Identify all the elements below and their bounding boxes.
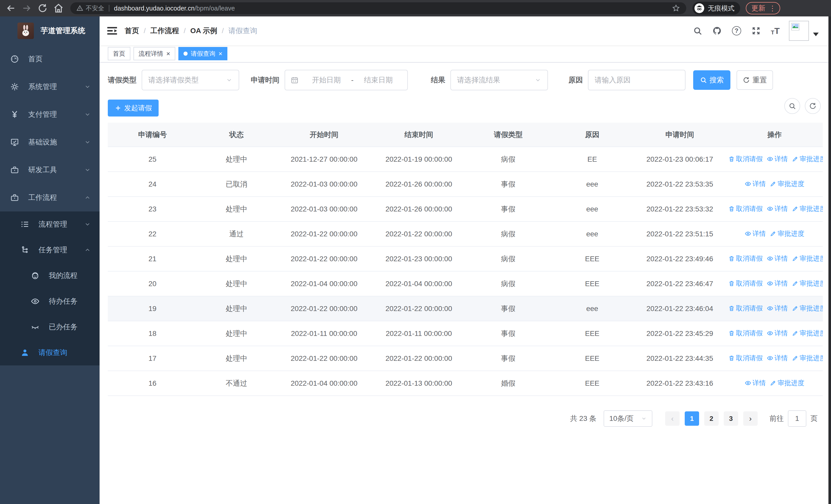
flow-icon bbox=[21, 245, 29, 254]
start-date-input[interactable]: 开始日期 bbox=[303, 75, 349, 85]
sidebar-item-workflow[interactable]: 工作流程 bbox=[0, 184, 99, 211]
sidebar-item-my-process[interactable]: 我的流程 bbox=[0, 263, 99, 289]
app-frame: 芋道管理系统 首页系统管理支付管理基础设施研发工具工作流程流程管理任务管理我的流… bbox=[0, 17, 831, 504]
cell-start: 2022-01-22 00:00:00 bbox=[276, 296, 372, 321]
font-size-icon[interactable]: TT bbox=[771, 26, 780, 36]
avatar[interactable] bbox=[789, 21, 809, 41]
table-refresh-button[interactable] bbox=[805, 98, 821, 114]
reload-icon[interactable] bbox=[37, 3, 48, 13]
detail-link[interactable]: 详情 bbox=[767, 204, 788, 213]
detail-link[interactable]: 详情 bbox=[767, 154, 788, 164]
detail-link[interactable]: 详情 bbox=[745, 229, 766, 238]
detail-link[interactable]: 详情 bbox=[767, 254, 788, 263]
approval-progress-link[interactable]: 审批进度 bbox=[770, 179, 804, 188]
sidebar-item-label: 流程管理 bbox=[38, 219, 67, 229]
approval-progress-link[interactable]: 审批进度 bbox=[770, 379, 804, 387]
cancel-leave-link[interactable]: 取消请假 bbox=[728, 254, 763, 263]
scrollbar[interactable] bbox=[828, 17, 831, 504]
browser-update-button[interactable]: 更新 ⋮ bbox=[746, 2, 780, 14]
create-leave-button[interactable]: 发起请假 bbox=[108, 99, 159, 117]
cancel-leave-link[interactable]: 取消请假 bbox=[728, 154, 763, 164]
sidebar-item-payment-mgmt[interactable]: 支付管理 bbox=[0, 100, 99, 128]
search-icon[interactable] bbox=[693, 26, 702, 35]
browser-menu-icon[interactable]: ⋮ bbox=[769, 4, 776, 12]
detail-link[interactable]: 详情 bbox=[745, 379, 766, 387]
cancel-leave-link[interactable]: 取消请假 bbox=[728, 279, 763, 288]
leave-type-label: 请假类型 bbox=[108, 75, 137, 85]
sidebar-item-dev-tools[interactable]: 研发工具 bbox=[0, 156, 99, 184]
delete-icon bbox=[728, 305, 735, 312]
goto-page-input[interactable] bbox=[788, 410, 806, 427]
sidebar-item-leave-query[interactable]: 请假查询 bbox=[0, 340, 99, 365]
breadcrumb-item[interactable]: OA 示例 bbox=[191, 26, 218, 36]
cell-actions: 详情审批进度 bbox=[726, 221, 823, 246]
sidebar-item-process-mgmt[interactable]: 流程管理 bbox=[0, 211, 99, 237]
sidebar-item-task-mgmt[interactable]: 任务管理 bbox=[0, 237, 99, 263]
delete-icon bbox=[728, 330, 735, 336]
close-icon[interactable]: × bbox=[166, 50, 170, 57]
reason-input[interactable] bbox=[588, 70, 686, 90]
cancel-leave-link[interactable]: 取消请假 bbox=[728, 329, 763, 338]
detail-link[interactable]: 详情 bbox=[767, 354, 788, 363]
page-button-3[interactable]: 3 bbox=[724, 411, 738, 426]
back-icon[interactable] bbox=[6, 3, 16, 13]
approval-progress-link[interactable]: 审批进度 bbox=[770, 229, 804, 238]
top-navbar: 首页/工作流程/OA 示例/请假查询 ? TT bbox=[99, 17, 831, 45]
home-icon[interactable] bbox=[53, 3, 64, 13]
result-select[interactable]: 请选择流结果 bbox=[450, 70, 548, 90]
table-search-button[interactable] bbox=[784, 98, 800, 114]
sidebar-item-label: 基础设施 bbox=[28, 137, 57, 147]
sidebar-item-done-tasks[interactable]: 已办任务 bbox=[0, 314, 99, 340]
search-icon bbox=[700, 77, 707, 84]
cell-actions: 详情审批进度 bbox=[726, 172, 823, 197]
robot-icon bbox=[31, 271, 39, 280]
next-page-button[interactable]: › bbox=[743, 411, 757, 426]
page-size-select[interactable]: 10条/页 bbox=[604, 410, 652, 427]
sidebar-item-system-mgmt[interactable]: 系统管理 bbox=[0, 73, 99, 100]
fullscreen-icon[interactable] bbox=[751, 26, 761, 35]
search-button[interactable]: 搜索 bbox=[693, 70, 730, 90]
column-header: 原因 bbox=[551, 123, 633, 147]
tab-请假查询[interactable]: 请假查询× bbox=[178, 47, 227, 60]
leave-type-select[interactable]: 请选择请假类型 bbox=[142, 70, 239, 90]
url-bar[interactable]: 不安全 dashboard.yudao.iocoder.cn /bpm/oa/l… bbox=[70, 2, 686, 14]
approval-progress-link[interactable]: 审批进度 bbox=[792, 254, 823, 263]
action-label: 详情 bbox=[775, 354, 788, 363]
detail-link[interactable]: 详情 bbox=[767, 329, 788, 338]
cancel-leave-link[interactable]: 取消请假 bbox=[728, 354, 763, 363]
page-button-2[interactable]: 2 bbox=[704, 411, 719, 426]
tab-首页[interactable]: 首页 bbox=[108, 47, 131, 60]
reset-button[interactable]: 重置 bbox=[737, 70, 773, 90]
page-button-1[interactable]: 1 bbox=[685, 411, 699, 426]
github-icon[interactable] bbox=[712, 26, 722, 35]
breadcrumb-item[interactable]: 首页 bbox=[125, 26, 139, 36]
approval-progress-link[interactable]: 审批进度 bbox=[792, 204, 823, 213]
cell-id: 16 bbox=[108, 371, 197, 396]
sidebar-item-todo-tasks[interactable]: 待办任务 bbox=[0, 289, 99, 314]
detail-link[interactable]: 详情 bbox=[767, 279, 788, 288]
approval-progress-link[interactable]: 审批进度 bbox=[792, 154, 823, 164]
bookmark-star-icon[interactable] bbox=[672, 4, 680, 12]
approval-progress-link[interactable]: 审批进度 bbox=[792, 279, 823, 288]
action-label: 取消请假 bbox=[736, 279, 763, 288]
forward-icon[interactable] bbox=[22, 3, 32, 13]
app-logo[interactable]: 芋道管理系统 bbox=[0, 17, 99, 45]
approval-progress-link[interactable]: 审批进度 bbox=[792, 304, 823, 313]
approval-progress-link[interactable]: 审批进度 bbox=[792, 329, 823, 338]
detail-link[interactable]: 详情 bbox=[767, 304, 788, 313]
sidebar-toggle-icon[interactable] bbox=[107, 27, 117, 35]
avatar-dropdown-caret[interactable] bbox=[813, 33, 819, 36]
help-icon[interactable]: ? bbox=[732, 26, 741, 35]
tab-流程详情[interactable]: 流程详情× bbox=[134, 47, 175, 60]
cell-reason: EEE bbox=[551, 271, 633, 296]
apply-time-range-picker[interactable]: 开始日期 - 结束日期 bbox=[285, 70, 408, 90]
sidebar-item-infrastructure[interactable]: 基础设施 bbox=[0, 128, 99, 156]
sidebar-item-home[interactable]: 首页 bbox=[0, 45, 99, 73]
cancel-leave-link[interactable]: 取消请假 bbox=[728, 304, 763, 313]
end-date-input[interactable]: 结束日期 bbox=[355, 75, 402, 85]
close-icon[interactable]: × bbox=[219, 50, 222, 57]
breadcrumb-item[interactable]: 工作流程 bbox=[150, 26, 179, 36]
detail-link[interactable]: 详情 bbox=[745, 179, 766, 188]
cancel-leave-link[interactable]: 取消请假 bbox=[728, 204, 763, 213]
approval-progress-link[interactable]: 审批进度 bbox=[792, 354, 823, 363]
